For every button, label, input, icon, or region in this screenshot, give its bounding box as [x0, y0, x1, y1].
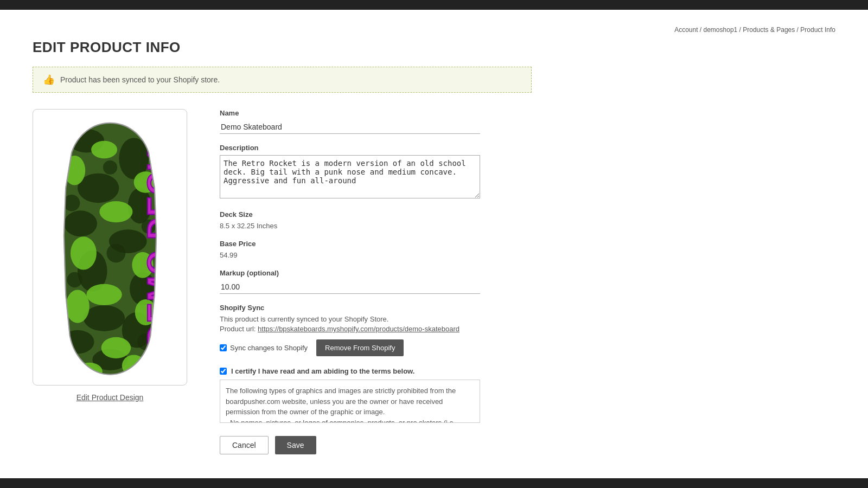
product-url-label: Product url:: [220, 325, 256, 333]
action-row: Cancel Save: [220, 436, 480, 454]
deck-size-value: 8.5 x 32.25 Inches: [220, 222, 480, 230]
breadcrumb: Account / demoshop1 / Products & Pages /…: [33, 26, 835, 34]
base-price-field-group: Base Price 54.99: [220, 240, 480, 259]
svg-point-19: [86, 284, 122, 305]
bottom-bar: [0, 478, 868, 488]
svg-point-9: [83, 305, 124, 331]
deck-size-field-group: Deck Size 8.5 x 32.25 Inches: [220, 210, 480, 230]
name-label: Name: [220, 109, 480, 117]
save-button[interactable]: Save: [275, 436, 316, 454]
description-textarea[interactable]: The Retro Rocket is a modern version of …: [220, 155, 480, 198]
certify-checkbox-label[interactable]: I certify I have read and am abiding to …: [220, 367, 480, 375]
page-container: Account / demoshop1 / Products & Pages /…: [0, 10, 868, 487]
base-price-label: Base Price: [220, 240, 480, 248]
name-field-group: Name: [220, 109, 480, 134]
terms-box[interactable]: The following types of graphics and imag…: [220, 380, 480, 423]
remove-from-shopify-button[interactable]: Remove From Shopify: [316, 339, 404, 356]
svg-text:DEMO DECK: DEMO DECK: [142, 148, 175, 346]
thumbs-up-icon: 👍: [43, 74, 55, 86]
product-image-box: DEMO DECK: [33, 109, 187, 386]
sync-checkbox[interactable]: [220, 344, 227, 351]
svg-point-22: [101, 337, 131, 358]
sync-row: Sync changes to Shopify Remove From Shop…: [220, 339, 480, 356]
description-field-group: Description The Retro Rocket is a modern…: [220, 144, 480, 201]
edit-product-design-link[interactable]: Edit Product Design: [76, 393, 144, 402]
name-input[interactable]: [220, 120, 480, 134]
main-content: DEMO DECK Edit Product Design Name Descr…: [33, 109, 835, 454]
shopify-sync-text: This product is currently synced to your…: [220, 315, 480, 323]
sync-checkbox-label[interactable]: Sync changes to Shopify: [220, 344, 308, 352]
description-label: Description: [220, 144, 480, 152]
certify-checkbox[interactable]: [220, 368, 227, 375]
page-title: EDIT PRODUCT INFO: [33, 39, 835, 56]
svg-point-20: [66, 290, 90, 323]
svg-point-16: [99, 201, 132, 222]
shopify-sync-url-row: Product url: https://bpskateboards.mysho…: [220, 325, 480, 333]
deck-size-label: Deck Size: [220, 210, 480, 219]
cancel-button[interactable]: Cancel: [220, 436, 269, 454]
markup-input[interactable]: [220, 280, 480, 294]
base-price-value: 54.99: [220, 251, 480, 259]
svg-point-13: [91, 141, 117, 159]
svg-point-29: [67, 272, 82, 287]
svg-point-5: [63, 210, 97, 236]
certify-section: I certify I have read and am abiding to …: [220, 367, 480, 423]
product-image-svg: DEMO DECK: [45, 117, 175, 377]
markup-label: Markup (optional): [220, 269, 480, 277]
sync-notice-text: Product has been synced to your Shopify …: [60, 75, 220, 84]
svg-point-10: [61, 330, 94, 354]
svg-point-17: [70, 236, 96, 269]
top-bar: [0, 0, 868, 10]
shopify-sync-section: Shopify Sync This product is currently s…: [220, 304, 480, 356]
product-url-link[interactable]: https://bpskateboards.myshopify.com/prod…: [258, 325, 459, 333]
svg-point-25: [103, 160, 117, 175]
shopify-sync-label: Shopify Sync: [220, 304, 480, 312]
svg-point-28: [106, 243, 125, 262]
markup-field-group: Markup (optional): [220, 269, 480, 294]
form-section: Name Description The Retro Rocket is a m…: [220, 109, 480, 454]
sync-notice: 👍 Product has been synced to your Shopif…: [33, 67, 532, 93]
product-image-section: DEMO DECK Edit Product Design: [33, 109, 187, 402]
